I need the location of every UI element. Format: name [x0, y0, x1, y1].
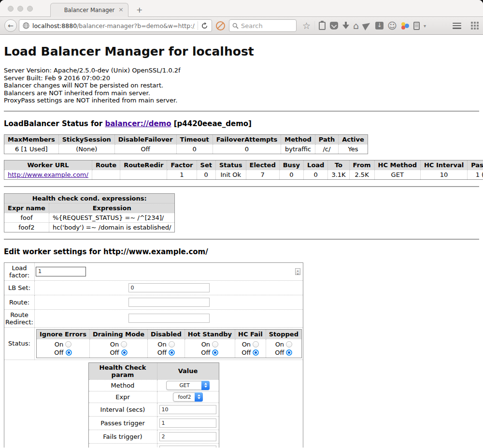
- fails-row: Fails trigger): [88, 430, 219, 443]
- col-path: Path: [315, 134, 338, 144]
- radio-stopped-on[interactable]: [286, 341, 292, 347]
- search-input[interactable]: [241, 22, 293, 29]
- overflow-caret-icon[interactable]: ▾: [424, 23, 426, 29]
- search-bar[interactable]: [229, 19, 297, 32]
- tab-groups-icon[interactable]: [471, 22, 479, 29]
- cell-expression: hc('body') =~ /domain is established/: [49, 222, 175, 232]
- lb-set-input[interactable]: [128, 283, 210, 292]
- stopped-radios: On Off: [266, 339, 301, 358]
- number-stepper-icon[interactable]: ▴▾: [295, 268, 300, 275]
- radio-disabled-off[interactable]: [169, 349, 175, 356]
- table-row: 6 [1 Used] (None) Off 0 0 bytraffic /c/ …: [4, 144, 368, 154]
- edit-worker-heading: Edit worker settings for http://www.exam…: [4, 247, 479, 256]
- select-stepper-icon: [195, 392, 203, 402]
- worker-url-link[interactable]: http://www.example.com/: [8, 171, 88, 178]
- col-draining-mode: Draining Mode: [89, 329, 147, 339]
- minimize-window-button[interactable]: [17, 6, 23, 12]
- radio-hc-fail-off[interactable]: [253, 349, 259, 356]
- radio-stopped-off[interactable]: [286, 349, 292, 356]
- reload-icon[interactable]: [201, 22, 208, 29]
- method-label: Method: [88, 379, 157, 391]
- method-select[interactable]: GET: [166, 381, 210, 390]
- col-factor: Factor: [167, 160, 197, 170]
- col-hc-param: Health Check param: [88, 362, 157, 379]
- radio-draining-mode-off[interactable]: [121, 349, 128, 356]
- colored-dots-extension-icon[interactable]: [401, 22, 409, 30]
- interval-input[interactable]: [159, 405, 216, 414]
- cell-factor: 1: [167, 170, 197, 179]
- radio-disabled-on[interactable]: [169, 341, 175, 347]
- screenshot-icon[interactable]: ↓: [375, 22, 384, 29]
- off-label: Off: [201, 349, 210, 356]
- cell-routeredir: [120, 170, 167, 179]
- cell-passes: 1 (0): [468, 170, 483, 179]
- balancer-demo-link[interactable]: balancer://demo: [105, 119, 171, 128]
- balancer-status-heading: LoadBalancer Status for balancer://demo …: [4, 119, 479, 128]
- expr-select[interactable]: foof2: [173, 392, 203, 402]
- tab-balancer-manager[interactable]: Balancer Manager ×: [50, 3, 128, 17]
- url-domain: localhost:8880: [32, 22, 77, 29]
- passes-input[interactable]: [159, 419, 216, 428]
- col-timeout: Timeout: [176, 134, 213, 144]
- table-header-row: MaxMembers StickySession DisableFailover…: [4, 134, 368, 144]
- url-bar[interactable]: localhost:8880/balancer-manager?b=demo&w…: [19, 19, 212, 32]
- col-route: Route: [92, 160, 120, 170]
- home-icon[interactable]: ⌂: [353, 21, 359, 30]
- downloads-icon[interactable]: [342, 22, 349, 29]
- feedback-smiley-icon[interactable]: ☺: [387, 21, 397, 30]
- cell-busy: 0: [279, 170, 303, 179]
- table-row: foof2 hc('body') =~ /domain is establish…: [4, 222, 175, 232]
- radio-hc-fail-on[interactable]: [253, 341, 259, 347]
- close-tab-icon[interactable]: ×: [118, 6, 124, 13]
- radio-hot-standby-on[interactable]: [212, 341, 218, 347]
- divider: [4, 186, 479, 187]
- worker-row: http://www.example.com/ 1 0 Init Ok 7 0 …: [4, 170, 483, 179]
- notes-extension-icon[interactable]: [413, 22, 420, 30]
- radio-ignore-errors-on[interactable]: [65, 341, 71, 347]
- route-redirect-input[interactable]: [128, 314, 210, 323]
- cell-to: 3.1K: [328, 170, 349, 179]
- hc-uri-label: HC uri: [88, 443, 157, 448]
- radio-hot-standby-off[interactable]: [212, 349, 218, 356]
- col-method: Method: [281, 134, 315, 144]
- adblock-icon[interactable]: [216, 21, 225, 30]
- route-label: Route:: [4, 295, 35, 309]
- clipboard-icon[interactable]: [319, 22, 326, 30]
- on-label: On: [201, 341, 210, 348]
- radio-ignore-errors-off[interactable]: [66, 349, 72, 356]
- hc-uri-input[interactable]: [159, 446, 216, 448]
- col-stopped: Stopped: [266, 329, 301, 339]
- hc-expressions-title: Health check cond. expressions:: [4, 193, 175, 203]
- col-elected: Elected: [246, 160, 279, 170]
- off-label: Off: [157, 349, 167, 356]
- table-header-row: Worker URL Route RouteRedir Factor Set S…: [4, 160, 483, 170]
- col-hc-value: Value: [157, 362, 219, 379]
- radio-draining-mode-on[interactable]: [121, 341, 127, 347]
- col-busy: Busy: [279, 160, 303, 170]
- url-text[interactable]: localhost:8880/balancer-manager?b=demo&w…: [32, 22, 195, 29]
- page-title: Load Balancer Manager for localhost: [4, 44, 479, 58]
- bookmark-star-icon[interactable]: ☆: [302, 21, 311, 30]
- cell-status: Init Ok: [215, 170, 246, 179]
- load-factor-row: Load factor: ▴▾: [4, 262, 303, 280]
- cell-route: [92, 170, 120, 179]
- worker-settings-form: Load factor: ▴▾ LB Set: Route: Route Red…: [4, 262, 303, 448]
- fails-input[interactable]: [159, 432, 216, 441]
- route-input[interactable]: [128, 298, 210, 307]
- new-tab-button[interactable]: +: [136, 6, 142, 14]
- zoom-window-button[interactable]: [27, 6, 33, 12]
- ignore-errors-radios: On Off: [37, 339, 90, 358]
- cell-active: Yes: [339, 144, 368, 154]
- interval-label: Interval (secs): [88, 403, 157, 416]
- col-passes: Passes: [468, 160, 483, 170]
- back-button[interactable]: ←: [4, 19, 17, 32]
- cell-stickysession: (None): [58, 144, 114, 154]
- menu-icon[interactable]: [453, 23, 461, 29]
- close-window-button[interactable]: [8, 6, 14, 12]
- cell-disablefailover: Off: [114, 144, 176, 154]
- hc-fail-radios: On Off: [235, 339, 266, 358]
- pocket-icon[interactable]: [330, 22, 338, 29]
- method-row: Method GET: [88, 379, 219, 391]
- load-factor-input[interactable]: [36, 267, 86, 276]
- send-tab-icon[interactable]: [362, 21, 372, 30]
